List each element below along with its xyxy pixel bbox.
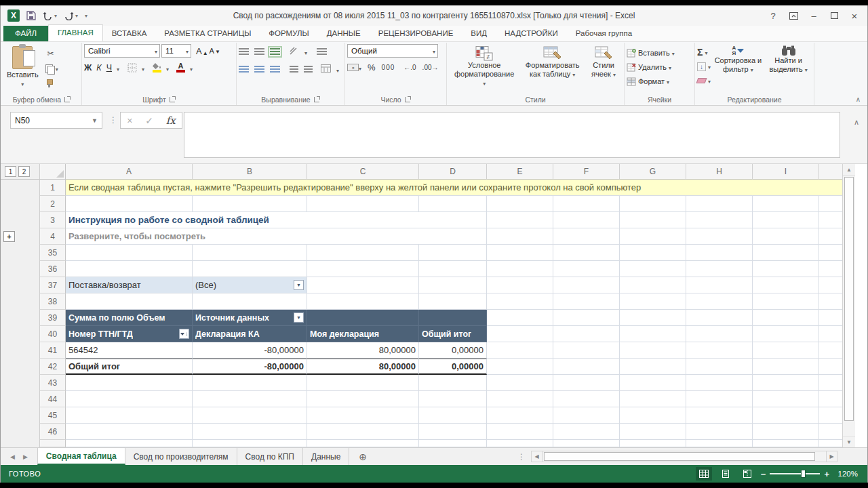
clear-button[interactable] [697,75,711,86]
cell-B2[interactable] [193,196,307,212]
cell-F35[interactable] [553,245,620,261]
align-left-icon[interactable] [239,66,249,73]
increase-indent-icon[interactable] [304,66,313,73]
cell-X36[interactable] [819,261,844,277]
cell-I46[interactable] [753,424,819,440]
cell-C43[interactable] [307,375,419,391]
cell-X42[interactable] [819,359,844,375]
cell-A42[interactable]: Общий итог [66,359,193,375]
cell-D39[interactable] [419,310,487,326]
undo-button[interactable]: ▾ [43,12,57,20]
cell-I42[interactable] [753,359,819,375]
cell-A1[interactable]: Если сводная таблица пустая, нажмите "Ра… [66,180,844,196]
column-header-I[interactable]: I [753,164,819,180]
underline-dropdown-icon[interactable] [117,62,119,74]
cell-A43[interactable] [66,375,193,391]
row-header-2[interactable]: 2 [40,196,66,212]
cell-A35[interactable] [66,245,193,261]
page-layout-view-button[interactable] [717,467,734,481]
ribbon-tab-формулы[interactable]: ФОРМУЛЫ [260,26,317,41]
cell-E40[interactable] [487,326,553,342]
row-header-3[interactable]: 3 [40,212,66,228]
zoom-in-icon[interactable]: + [824,470,829,479]
close-button[interactable]: × [846,8,863,23]
row-header-43[interactable]: 43 [40,375,66,391]
cell-B37[interactable]: (Все)▼ [193,277,307,293]
cell-E43[interactable] [487,375,553,391]
row-header-4[interactable]: 4 [40,228,66,245]
cell-G43[interactable] [620,375,686,391]
cell-G4[interactable] [620,228,686,245]
cell-B44[interactable] [193,391,307,407]
column-header-F[interactable]: F [553,164,620,180]
page-break-view-button[interactable] [739,467,755,481]
cell-G46[interactable] [620,424,686,440]
cell-F45[interactable] [553,407,620,424]
row-header-35[interactable]: 35 [40,245,66,261]
cell-D41[interactable]: 0,00000 [419,342,487,359]
cell-E37[interactable] [487,277,553,293]
cell-G40[interactable] [620,326,686,342]
cell-D43[interactable] [419,375,487,391]
row-header-39[interactable]: 39 [40,310,66,326]
cell-C35[interactable] [307,245,419,261]
ribbon-display-options-button[interactable] [785,8,802,23]
fill-button[interactable]: ↓ [697,61,711,72]
ribbon-tab-данные[interactable]: ДАННЫЕ [318,26,370,41]
fill-color-button[interactable] [153,63,161,73]
font-size-combo[interactable]: 11 [161,44,191,58]
ribbon-tab-надстройки[interactable]: НАДСТРОЙКИ [496,26,567,41]
collapse-formula-bar-button[interactable]: ∧ [854,118,859,127]
horizontal-scroll-thumb[interactable] [544,452,815,461]
conditional-formatting-button[interactable]: ≠ Условное форматирование [449,44,519,94]
insert-function-button[interactable]: fx [166,115,176,127]
cancel-entry-icon[interactable]: × [127,115,132,126]
scroll-down-icon[interactable]: ▼ [843,436,855,447]
cell-D44[interactable] [419,391,487,407]
horizontal-scrollbar[interactable]: ◀ ▶ [531,448,837,465]
cell-A44[interactable] [66,391,193,407]
cell-D2[interactable] [419,196,487,212]
cell-C36[interactable] [307,261,419,277]
number-dialog-launcher[interactable] [405,96,411,102]
cell-E41[interactable] [487,342,553,359]
insert-cells-button[interactable]: Вставить [627,47,675,58]
cell-G3[interactable] [620,212,686,228]
cell-B46[interactable] [193,424,307,440]
ribbon-tab-рецензирование[interactable]: РЕЦЕНЗИРОВАНИЕ [370,26,462,41]
cell-I40[interactable] [753,326,819,342]
cell-C42[interactable]: 80,00000 [307,359,419,375]
dropdown-icon[interactable]: ▼ [294,312,304,323]
cell-I2[interactable] [753,196,819,212]
sort-filter-icon[interactable]: ↓ [179,329,189,339]
normal-view-button[interactable] [696,467,712,481]
cell-I35[interactable] [753,245,819,261]
cell-B40[interactable]: Декларация КА [193,326,307,342]
row-header-45[interactable]: 45 [40,407,66,424]
help-button[interactable]: ? [764,8,782,23]
sheet-tab-свод-по-кпп[interactable]: Свод по КПП [237,448,303,465]
cell-F4[interactable] [553,228,620,245]
cell-X38[interactable] [819,293,844,310]
cell-H38[interactable] [686,293,753,310]
cell-F44[interactable] [553,391,620,407]
cell-X37[interactable] [819,277,844,293]
font-name-combo[interactable]: Calibri [84,44,160,58]
sheet-tab-свод-по-производителям[interactable]: Свод по производителям [125,448,237,465]
redo-button[interactable]: ▾ [64,12,78,20]
scroll-left-icon[interactable]: ◀ [531,451,542,462]
cell-X2[interactable] [819,196,844,212]
cell-C39[interactable] [307,310,419,326]
sheet-tab-сводная-таблица[interactable]: Сводная таблица [37,448,125,465]
cell-C44[interactable] [307,391,419,407]
row-header-41[interactable]: 41 [40,342,66,359]
ribbon-tab-главная[interactable]: ГЛАВНАЯ [48,24,103,41]
cell-F36[interactable] [553,261,620,277]
sort-filter-button[interactable]: АЯ Сортировка и фильтр [711,44,765,94]
shrink-font-button[interactable]: A▼ [210,47,220,55]
align-middle-icon[interactable] [254,48,264,56]
number-format-combo[interactable]: Общий [347,44,438,58]
scroll-right-icon[interactable]: ▶ [826,451,837,462]
name-box-dropdown-icon[interactable]: ▼ [92,117,98,124]
cell-H36[interactable] [686,261,753,277]
